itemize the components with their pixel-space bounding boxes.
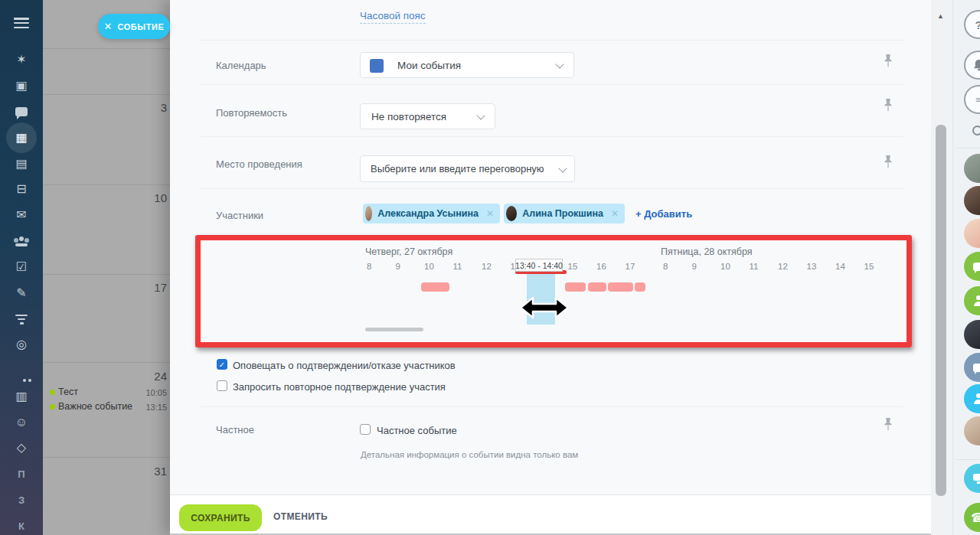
add-participant-button[interactable]: + Добавить xyxy=(635,208,692,220)
hour-tick-label: 8 xyxy=(367,262,371,271)
reconfirm-checkbox[interactable] xyxy=(217,380,227,391)
bell-icon xyxy=(973,59,980,71)
calendar-grid-line xyxy=(43,184,178,185)
close-icon: ✕ xyxy=(104,21,113,32)
chevron-down-icon xyxy=(476,111,485,119)
sidebar-item-crm[interactable] xyxy=(0,306,43,332)
sidebar-item-company[interactable] xyxy=(0,228,43,254)
location-select[interactable]: Выберите или введите переговорную xyxy=(360,155,575,182)
sidebar-item-z[interactable]: З xyxy=(0,487,43,513)
timezone-link[interactable]: Часовой пояс xyxy=(360,10,426,24)
hour-tick-label: 17 xyxy=(626,262,635,271)
notify-checkbox[interactable]: ✓ xyxy=(217,359,227,370)
location-row-label: Место проведения xyxy=(216,158,302,170)
avatar xyxy=(365,206,372,221)
sidebar-item-contacts[interactable]: ▥ xyxy=(0,383,43,409)
pin-icon[interactable] xyxy=(884,155,893,168)
notifications-bell-button[interactable] xyxy=(964,51,980,80)
cancel-button[interactable]: ОТМЕНИТЬ xyxy=(273,511,328,522)
notify-checkbox-label: Оповещать о подтверждении/отказе участни… xyxy=(233,360,456,371)
sidebar-item-k[interactable]: К xyxy=(0,513,43,535)
scroll-up-arrow[interactable]: ▲ xyxy=(937,12,944,20)
lines-icon: ≡ xyxy=(975,95,980,104)
sidebar-item-automation[interactable]: ☺ xyxy=(0,409,43,436)
row-divider xyxy=(201,188,903,189)
pin-icon[interactable] xyxy=(884,418,893,431)
sidebar-item-mail[interactable]: ✉ xyxy=(0,202,43,228)
event-dot xyxy=(50,390,55,395)
row-divider xyxy=(201,40,903,41)
user-avatar[interactable] xyxy=(964,154,980,183)
private-row-label: Частное xyxy=(216,424,254,436)
pen-icon: ✎ xyxy=(16,287,26,299)
hamburger-icon xyxy=(14,18,29,28)
search-button[interactable] xyxy=(964,117,980,146)
notification-list-button[interactable]: ≡ xyxy=(964,85,980,114)
sidebar-item-workspace[interactable]: ▣ xyxy=(0,73,43,99)
phone-icon: ☎ xyxy=(971,511,980,525)
chat-shortcut-button[interactable] xyxy=(964,252,980,281)
contact-button[interactable] xyxy=(964,384,980,413)
sidebar-item-apps[interactable]: ◇ xyxy=(0,435,43,461)
busy-time-block xyxy=(565,282,586,292)
sidebar-item-shop[interactable] xyxy=(0,357,43,383)
contact-card-icon: ▥ xyxy=(15,390,27,403)
sidebar-item-sign[interactable]: ✎ xyxy=(0,280,43,306)
hour-tick-label: 15 xyxy=(864,262,874,271)
sidebar-item-calendar-active[interactable]: ▦ xyxy=(0,125,43,151)
busy-time-block xyxy=(421,282,449,292)
hour-tick-label: 9 xyxy=(692,262,697,271)
repeat-select-value: Не повторяется xyxy=(371,111,446,122)
monitor-icon xyxy=(973,474,980,484)
telephony-button[interactable]: ☎ xyxy=(964,503,980,532)
remove-participant-icon[interactable]: ✕ xyxy=(611,208,619,219)
task-check-icon: ☑ xyxy=(16,261,27,273)
help-button[interactable]: ? xyxy=(964,10,980,39)
horizontal-resize-cursor-icon xyxy=(519,295,570,321)
reconfirm-checkbox-label: Запросить повторное подтверждение участи… xyxy=(233,381,446,393)
user-avatar[interactable] xyxy=(964,320,980,349)
hour-tick-label: 10 xyxy=(424,262,434,271)
user-avatar[interactable] xyxy=(964,186,980,215)
menu-toggle-button[interactable] xyxy=(0,10,43,36)
private-checkbox[interactable] xyxy=(360,424,371,435)
person-icon xyxy=(973,295,980,306)
sidebar-item-marketing[interactable]: ◎ xyxy=(0,331,43,357)
sidebar-item-tasks[interactable]: ☑ xyxy=(0,254,43,280)
calendar-select[interactable]: Мои события xyxy=(360,52,574,78)
calendar-grid-line xyxy=(43,274,178,275)
repeat-row-label: Повторяемость xyxy=(216,107,287,119)
scheduler-horizontal-scrollbar[interactable] xyxy=(365,328,423,331)
sidebar-item-drive[interactable]: ⊟ xyxy=(0,176,43,202)
people-icon xyxy=(14,237,29,246)
sidebar-item-documents[interactable]: ▤ xyxy=(0,151,43,177)
pin-icon[interactable] xyxy=(884,54,893,67)
participant-chip[interactable]: Алина Прокшина ✕ xyxy=(504,204,625,223)
chevron-down-icon xyxy=(555,60,564,68)
invite-user-button[interactable] xyxy=(964,286,980,315)
group-chat-button[interactable] xyxy=(964,353,980,382)
panel-scrollbar[interactable]: ▲ xyxy=(931,0,952,535)
hour-tick-label: 9 xyxy=(396,262,400,271)
repeat-select[interactable]: Не повторяется xyxy=(360,103,495,129)
busy-time-block xyxy=(608,282,634,292)
remove-participant-icon[interactable]: ✕ xyxy=(486,208,494,219)
scrollbar-thumb[interactable] xyxy=(936,125,946,496)
close-event-panel-button[interactable]: ✕ СОБЫТИЕ xyxy=(98,14,170,39)
desktop-app-button[interactable] xyxy=(964,464,980,493)
participant-chip[interactable]: Александра Усынина ✕ xyxy=(363,204,500,223)
hour-tick-label: 11 xyxy=(453,262,462,271)
pin-icon[interactable] xyxy=(884,99,893,112)
sidebar-item-feed[interactable]: ✶ xyxy=(0,47,43,73)
user-avatar[interactable] xyxy=(964,219,980,248)
calendar-row-label: Календарь xyxy=(216,60,266,71)
hour-tick-label: 12 xyxy=(778,262,788,271)
rail-divider xyxy=(956,459,980,460)
chevron-down-icon xyxy=(558,164,567,172)
sidebar-item-messenger[interactable] xyxy=(0,99,43,125)
person-icon xyxy=(973,393,980,404)
save-button[interactable]: СОХРАНИТЬ xyxy=(179,504,262,531)
sidebar-item-p[interactable]: П xyxy=(0,461,43,487)
calendar-date: 24 xyxy=(154,370,167,383)
user-avatar[interactable] xyxy=(964,416,980,445)
